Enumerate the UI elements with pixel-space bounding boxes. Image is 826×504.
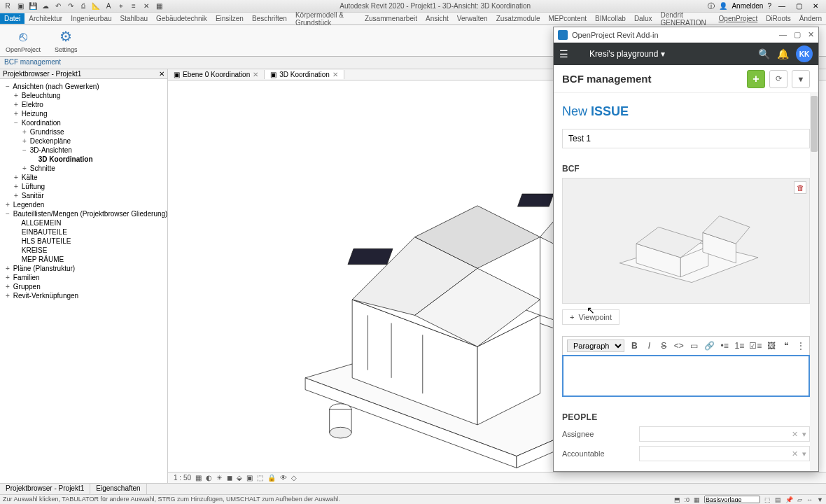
editable-only-icon[interactable]: ▦ [694, 496, 700, 503]
paragraph-style-select[interactable]: Paragraph [567, 340, 624, 352]
op-maximize-button[interactable]: ▢ [794, 30, 801, 39]
tree-item[interactable]: + Heizung [1, 109, 166, 118]
bell-icon[interactable]: 🔔 [777, 48, 789, 59]
task-list-icon[interactable]: ☑≡ [750, 341, 761, 351]
print-icon[interactable]: ⎙ [78, 1, 88, 11]
ribbon-tab[interactable]: BIMcollab [591, 13, 630, 24]
ribbon-tab[interactable]: Beschriften [248, 13, 291, 24]
project-browser-tree[interactable]: − Ansichten (nach Gewerken)+ Beleuchtung… [0, 79, 167, 483]
create-button[interactable]: + [747, 70, 765, 88]
tree-item[interactable]: HLS BAUTEILE [1, 237, 166, 246]
tab-close-icon[interactable]: ✕ [332, 71, 338, 78]
numbered-list-icon[interactable]: 1≡ [735, 341, 745, 351]
measure-icon[interactable]: 📐 [91, 1, 101, 11]
detail-level-icon[interactable]: ▦ [195, 474, 202, 482]
ribbon-tab[interactable]: Stahlbau [116, 13, 152, 24]
tree-item[interactable]: EINBAUTEILE [1, 227, 166, 237]
design-options-icon[interactable]: :0 [685, 496, 690, 503]
select-links-icon[interactable]: ⬚ [764, 496, 771, 503]
drag-elements-icon[interactable]: ↔ [806, 496, 813, 503]
issue-title-input[interactable] [562, 129, 810, 148]
op-close-button[interactable]: ✕ [808, 30, 814, 39]
help-icon[interactable]: ? [767, 2, 771, 10]
ribbon-tab[interactable]: Körpermodell & Grundstück [291, 10, 360, 28]
rendering-icon[interactable]: ⬙ [237, 474, 242, 482]
view-scale[interactable]: 1 : 50 [174, 474, 191, 482]
reveal-hidden-icon[interactable]: ◇ [291, 474, 297, 482]
bold-icon[interactable]: B [630, 341, 639, 351]
login-label[interactable]: Anmelden [732, 2, 763, 10]
thin-lines-icon[interactable]: ≡ [129, 1, 139, 11]
ribbon-group[interactable]: ⎋OpenProject [6, 29, 41, 53]
ribbon-tab[interactable]: Zusammenarbeit [360, 13, 421, 24]
user-icon[interactable]: 👤 [719, 2, 727, 10]
scrollbar-thumb[interactable] [811, 96, 818, 152]
bullet-list-icon[interactable]: •≡ [720, 341, 729, 351]
maximize-button[interactable]: ▢ [792, 2, 805, 10]
ribbon-tab[interactable]: Zusatzmodule [492, 13, 545, 24]
hamburger-icon[interactable]: ☰ [559, 48, 568, 59]
select-face-icon[interactable]: ▱ [797, 496, 802, 503]
sun-path-icon[interactable]: ☀ [216, 474, 223, 482]
more-icon[interactable]: ⋮ [796, 341, 805, 351]
lock-3d-icon[interactable]: 🔒 [267, 474, 276, 482]
type-label[interactable]: ISSUE [591, 104, 629, 118]
undo-icon[interactable]: ↶ [53, 1, 63, 11]
code-icon[interactable]: <> [674, 341, 684, 351]
tree-item[interactable]: + Familien [1, 273, 166, 282]
avatar[interactable]: KK [796, 46, 813, 62]
crop-region-visible-icon[interactable]: ⬚ [257, 474, 263, 482]
ribbon-tab[interactable]: DiRoots [762, 13, 795, 24]
op-scrollbar[interactable] [810, 93, 818, 471]
view-tab[interactable]: ▣3D Koordination✕ [265, 70, 344, 79]
ribbon-tab[interactable]: Dendrit GENERATION [656, 10, 714, 28]
tree-item[interactable]: + Deckenpläne [1, 136, 166, 146]
op-minimize-button[interactable]: — [779, 30, 787, 39]
refresh-button[interactable]: ⟳ [769, 70, 788, 88]
assignee-select[interactable]: ✕▾ [639, 426, 810, 442]
project-selector[interactable]: Kresi's playground ▾ [575, 49, 751, 59]
tree-item[interactable]: − Ansichten (nach Gewerken) [1, 82, 166, 91]
template-input[interactable] [704, 496, 760, 503]
link-icon[interactable]: 🔗 [704, 341, 715, 351]
strike-icon[interactable]: S [659, 341, 668, 351]
switch-windows-icon[interactable]: ▦ [154, 1, 164, 11]
ribbon-tab[interactable]: Ansicht [421, 13, 453, 24]
close-button[interactable]: ✕ [809, 2, 822, 10]
tab-close-icon[interactable]: ✕ [253, 71, 258, 78]
tree-item[interactable]: + Sanitär [1, 191, 166, 200]
crop-view-icon[interactable]: ▣ [246, 474, 253, 482]
shadows-icon[interactable]: ◼ [227, 474, 232, 482]
select-underlay-icon[interactable]: ▤ [775, 496, 781, 503]
tree-item[interactable]: + Pläne (Planstruktur) [1, 264, 166, 273]
bottom-tab[interactable]: Projektbrowser - Projekt1 [0, 484, 90, 494]
ribbon-tab[interactable]: Ingenieurbau [66, 13, 115, 24]
tree-item[interactable]: + Schnitte [1, 164, 166, 173]
tree-item[interactable]: ALLGEMEIN [1, 218, 166, 227]
ribbon-tab[interactable]: OpenProject [715, 13, 762, 24]
tree-item[interactable]: + Grundrisse [1, 127, 166, 136]
search-icon[interactable]: 🔍 [758, 48, 770, 59]
tree-item[interactable]: + Revit-Verknüpfungen [1, 291, 166, 300]
text-icon[interactable]: A [104, 1, 113, 11]
temp-hide-icon[interactable]: 👁 [280, 474, 287, 482]
sync-icon[interactable]: ☁ [41, 1, 50, 11]
tree-item[interactable]: + Legenden [1, 200, 166, 209]
tree-item[interactable]: − Koordination [1, 118, 166, 127]
accountable-select[interactable]: ✕▾ [639, 446, 810, 461]
tag-icon[interactable]: ⌖ [116, 1, 126, 11]
ribbon-tab[interactable]: Einsilzen [211, 13, 248, 24]
close-hidden-icon[interactable]: ✕ [141, 1, 151, 11]
filter-icon[interactable]: ▼ [817, 496, 823, 503]
ribbon-tab[interactable]: Dalux [630, 13, 657, 24]
tree-item[interactable]: + Beleuchtung [1, 91, 166, 100]
visual-style-icon[interactable]: ◐ [206, 474, 212, 482]
tree-item[interactable]: + Gruppen [1, 282, 166, 291]
ribbon-tab[interactable]: MEPcontent [545, 13, 591, 24]
worksets-icon[interactable]: ⬒ [674, 496, 680, 503]
tree-item[interactable]: − 3D-Ansichten [1, 146, 166, 155]
tree-item[interactable]: + Kälte [1, 173, 166, 182]
ribbon-tab[interactable]: Ändern [795, 13, 826, 24]
open-icon[interactable]: ▣ [15, 1, 25, 11]
bottom-tab[interactable]: Eigenschaften [90, 484, 146, 494]
